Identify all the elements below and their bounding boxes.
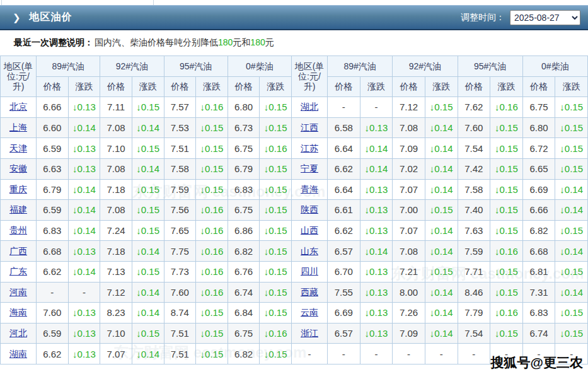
region-cell: 浙江 (292, 323, 328, 344)
title-bar: ❯ 地区油价 调整时间： 2025-08-27 (0, 5, 588, 30)
change-cell: ↓0.15 (132, 261, 164, 282)
price-cell: 6.68 (522, 241, 555, 262)
table-row: 天津6.59↓0.137.10↓0.157.51↓0.156.75↓0.16 (1, 138, 292, 159)
region-link[interactable]: 天津 (9, 143, 27, 153)
region-link[interactable]: 山东 (301, 246, 318, 256)
change-cell: ↓0.14 (425, 241, 458, 262)
price-cell: 7.60 (37, 303, 69, 324)
region-link[interactable]: 福建 (9, 204, 27, 214)
region-column-header: 地区(单位:元/升) (292, 56, 328, 97)
price-cell: 6.66 (37, 97, 69, 118)
region-link[interactable]: 重庆 (9, 184, 27, 194)
sohu-watermark: 搜狐号@更三农 (491, 354, 583, 371)
change-cell: ↓0.15 (490, 117, 523, 138)
region-link[interactable]: 四川 (301, 266, 318, 276)
sub-column-header: 涨跌 (360, 76, 393, 97)
price-cell: 6.83 (37, 220, 69, 241)
region-link[interactable]: 宁夏 (301, 163, 318, 173)
change-cell: ↓0.15 (196, 303, 228, 324)
change-cell: ↓0.15 (425, 200, 458, 221)
table-row: 江西6.58↓0.137.08↓0.147.60↓0.156.80↓0.15 (292, 117, 588, 138)
region-link[interactable]: 上海 (9, 122, 27, 132)
oil-price-table-right: 地区(单位:元/升)89#汽油92#汽油95#汽油0#柴油价格涨跌价格涨跌价格涨… (291, 55, 588, 364)
table-row: 西藏7.55↓0.138.00↓0.148.46↓0.157.31↓0.14 (292, 282, 588, 303)
price-cell: 7.54 (458, 323, 490, 344)
table-row: 贵州6.83↓0.147.24↓0.157.65↓0.166.86↓0.15 (1, 220, 292, 241)
change-cell: ↓0.15 (555, 220, 588, 241)
change-cell: - (425, 344, 458, 364)
change-cell: ↓0.16 (490, 97, 523, 118)
region-cell: 云南 (292, 303, 328, 324)
region-link[interactable]: 山西 (301, 225, 318, 235)
region-link[interactable]: 青海 (301, 184, 318, 194)
price-cell: 7.26 (393, 303, 425, 324)
price-cell: 7.60 (164, 282, 196, 303)
price-cell: 8.46 (458, 282, 490, 303)
price-cell: 6.83 (228, 179, 260, 200)
sub-column-header: 涨跌 (260, 76, 292, 97)
region-link[interactable]: 北京 (9, 102, 27, 112)
region-link[interactable]: 安徽 (9, 163, 27, 173)
table-row: 山东6.57↓0.147.08↓0.147.59↓0.166.68↓0.14 (292, 241, 588, 262)
table-row: 湖南6.62↓0.137.07↓0.147.51↓0.156.82↓0.15 (1, 344, 292, 364)
price-cell: 7.13 (100, 261, 132, 282)
region-link[interactable]: 海南 (9, 307, 27, 317)
region-link[interactable]: 西藏 (301, 287, 318, 297)
price-cell: 7.12 (393, 97, 425, 118)
region-link[interactable]: 河北 (9, 328, 27, 338)
table-row: 陕西6.61↓0.137.00↓0.157.40↓0.156.66↓0.14 (292, 200, 588, 221)
region-cell: 重庆 (1, 179, 37, 200)
price-cell: 6.79 (37, 179, 69, 200)
price-cell: 6.57 (328, 323, 360, 344)
price-cell: 6.74 (228, 282, 260, 303)
price-cell: 7.58 (164, 158, 196, 179)
region-link[interactable]: 广西 (9, 246, 27, 256)
region-link[interactable]: 河南 (9, 287, 27, 297)
region-cell: 上海 (1, 117, 37, 138)
region-link[interactable]: 贵州 (9, 225, 27, 235)
change-cell: ↓0.16 (196, 200, 228, 221)
change-cell: ↓0.15 (132, 179, 164, 200)
change-cell: ↓0.14 (425, 179, 458, 200)
region-cell: 青海 (292, 179, 328, 200)
change-cell: ↓0.15 (132, 200, 164, 221)
table-row: 浙江6.57↓0.137.09↓0.147.54↓0.156.74↓0.15 (292, 323, 588, 344)
change-cell: ↓0.16 (490, 241, 523, 262)
region-link[interactable]: 浙江 (301, 328, 318, 338)
change-cell: ↓0.14 (132, 241, 164, 262)
fuel-group-header: 92#汽油 (393, 56, 458, 77)
change-cell: - (360, 344, 393, 364)
sub-column-header: 价格 (458, 76, 490, 97)
change-cell: ↓0.15 (196, 117, 228, 138)
divider (1, 0, 2, 5)
sub-column-header: 价格 (100, 76, 132, 97)
region-link[interactable]: 陕西 (301, 204, 318, 214)
price-cell: - (393, 344, 425, 364)
change-cell: ↓0.16 (196, 220, 228, 241)
price-cell: 7.08 (100, 158, 132, 179)
price-cell: 6.59 (37, 323, 69, 344)
table-row: 江苏6.64↓0.147.09↓0.147.54↓0.156.72↓0.15 (292, 138, 588, 159)
price-cell: 6.69 (328, 303, 360, 324)
change-cell: ↓0.14 (360, 158, 393, 179)
region-link[interactable]: 云南 (301, 307, 318, 317)
change-cell: ↓0.15 (555, 97, 588, 118)
region-link[interactable]: 湖南 (9, 349, 27, 359)
price-cell: 6.73 (228, 117, 260, 138)
price-cell: 7.02 (393, 158, 425, 179)
region-link[interactable]: 湖北 (301, 102, 318, 112)
region-link[interactable]: 江苏 (301, 143, 318, 153)
sub-column-header: 价格 (37, 76, 69, 97)
price-cell: 6.65 (522, 158, 555, 179)
sub-column-header: 价格 (328, 76, 360, 97)
price-cell: 6.59 (37, 200, 69, 221)
region-cell: 贵州 (1, 220, 37, 241)
region-link[interactable]: 江西 (301, 122, 318, 132)
adjust-time-select[interactable]: 2025-08-27 (510, 10, 580, 25)
change-cell: ↓0.14 (132, 344, 164, 364)
price-cell: 6.64 (328, 138, 360, 159)
price-cell: 7.79 (458, 303, 490, 324)
table-row: 云南6.69↓0.137.26↓0.147.79↓0.166.83↓0.15 (292, 303, 588, 324)
region-link[interactable]: 广东 (9, 266, 27, 276)
page: ❯ 地区油价 调整时间： 2025-08-27 最近一次调整说明： 国内汽、柴油… (0, 0, 588, 379)
